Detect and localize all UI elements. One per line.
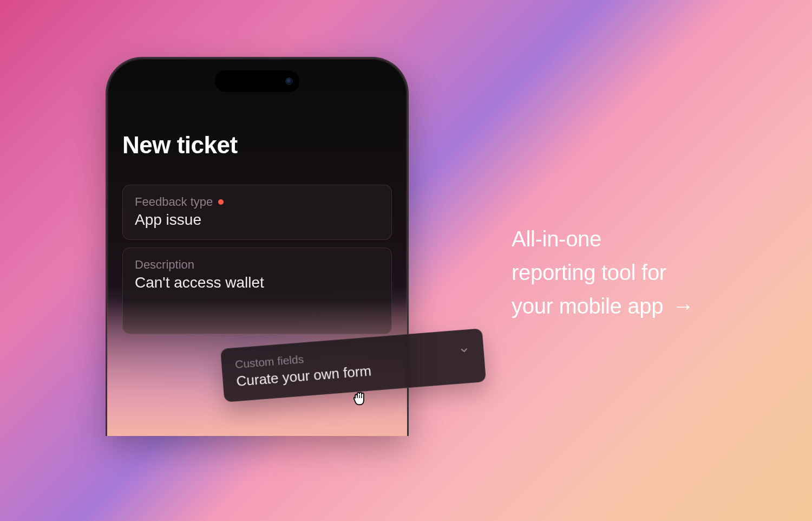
description-label: Description xyxy=(135,258,379,272)
description-field[interactable]: Description Can't access wallet xyxy=(122,248,392,334)
tagline-link[interactable]: All-in-one reporting tool for your mobil… xyxy=(512,222,694,323)
tagline-text: your mobile app xyxy=(512,294,663,318)
required-indicator-icon xyxy=(218,199,224,205)
chevron-down-icon xyxy=(459,345,469,355)
feedback-type-value: App issue xyxy=(135,211,379,229)
phone-side-button xyxy=(106,232,107,265)
phone-notch xyxy=(215,70,299,92)
tagline-line-2: reporting tool for xyxy=(512,256,694,289)
arrow-right-icon: → xyxy=(672,289,694,323)
phone-screen: New ticket Feedback type App issue Descr… xyxy=(107,58,407,334)
tagline-line-1: All-in-one xyxy=(512,222,694,256)
field-label-text: Description xyxy=(135,258,194,272)
feedback-type-label: Feedback type xyxy=(135,195,379,209)
feedback-type-field[interactable]: Feedback type App issue xyxy=(122,185,392,240)
tagline-line-3: your mobile app → xyxy=(512,289,694,323)
description-value: Can't access wallet xyxy=(135,274,379,291)
phone-side-button xyxy=(106,275,107,309)
grab-cursor-icon xyxy=(350,388,369,408)
page-title: New ticket xyxy=(122,132,392,159)
field-label-text: Feedback type xyxy=(135,195,213,209)
phone-side-button xyxy=(106,199,107,220)
camera-icon xyxy=(285,77,293,85)
